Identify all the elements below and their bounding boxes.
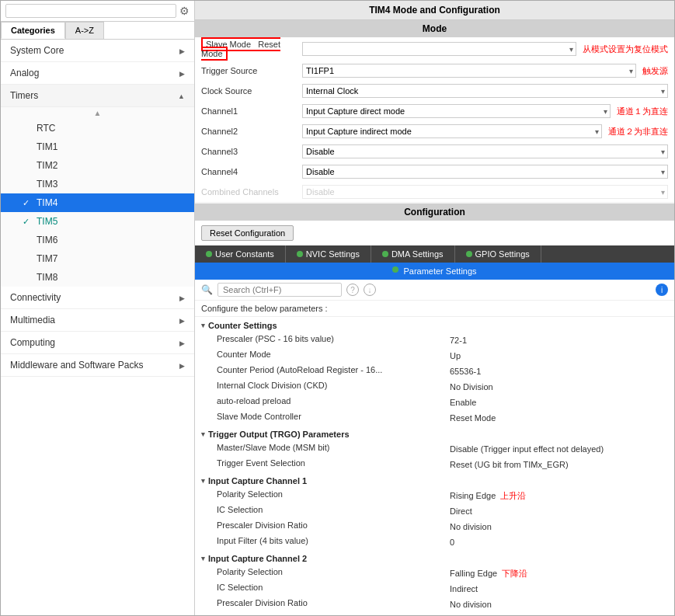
- param-value: Reset (UG bit from TIMx_EGR): [450, 458, 674, 471]
- arrow-circle-icon[interactable]: ↓: [364, 284, 376, 296]
- tab-label: NVIC Settings: [306, 249, 360, 259]
- mode-value-ch2: Input Capture indirect mode 通道２为非直连: [302, 124, 668, 138]
- dot-icon: [466, 251, 472, 257]
- info-circle-icon[interactable]: ?: [346, 284, 359, 296]
- mode-section: Mode Slave Mode Reset Mode 从模式设置为复位模式: [195, 20, 674, 202]
- sidebar-subitem-tim6[interactable]: TIM6: [1, 231, 194, 249]
- param-row: Counter Period (AutoReload Register - 16…: [217, 364, 674, 379]
- sidebar-subitem-tim8[interactable]: TIM8: [1, 268, 194, 287]
- trigger-source-select[interactable]: TI1FP1: [302, 64, 636, 78]
- sidebar-item-middleware[interactable]: Middleware and Software Packs: [1, 354, 194, 377]
- slave-mode-select[interactable]: [302, 42, 576, 56]
- param-name: Internal Clock Division (CKD): [217, 381, 450, 393]
- param-name: Input Filter (4 bits value): [217, 536, 450, 548]
- sidebar-item-connectivity[interactable]: Connectivity: [1, 287, 194, 309]
- sidebar-tabs: Categories A->Z: [1, 22, 194, 40]
- param-value: Direct: [450, 505, 674, 517]
- sidebar-subitem-tim5[interactable]: ✓ TIM5: [1, 212, 194, 231]
- param-value: Indirect: [450, 583, 674, 595]
- channel1-select[interactable]: Input Capture direct mode: [302, 104, 611, 118]
- dot-icon: [297, 251, 303, 257]
- sidebar-item-timers[interactable]: Timers: [1, 85, 194, 107]
- mode-value-ch1: Input Capture direct mode 通道１为直连: [302, 104, 668, 118]
- param-group-label: Trigger Output (TRGO) Parameters: [208, 430, 350, 439]
- sidebar-item-multimedia[interactable]: Multimedia: [1, 309, 194, 332]
- param-value: Enable: [450, 396, 674, 409]
- param-row: IC Selection Direct: [217, 503, 674, 519]
- tab-parameter-settings[interactable]: Parameter Settings: [195, 263, 674, 280]
- param-group-header-trigger[interactable]: ▾ Trigger Output (TRGO) Parameters: [201, 427, 674, 441]
- sidebar-item-label: Analog: [10, 68, 39, 78]
- param-value: 72-1: [450, 334, 674, 346]
- subitem-label: TIM6: [37, 235, 57, 245]
- tab-gpio-settings[interactable]: GPIO Settings: [455, 245, 541, 263]
- param-group-header-counter[interactable]: ▾ Counter Settings: [201, 318, 674, 332]
- search-icon: 🔍: [201, 284, 213, 295]
- param-name: IC Selection: [217, 505, 450, 517]
- config-tabs-row1: User Constants NVIC Settings DMA Setting…: [195, 245, 674, 263]
- tab-dma-settings[interactable]: DMA Settings: [371, 245, 455, 263]
- checkmark-icon: ✓: [23, 198, 33, 208]
- param-row: Trigger Event Selection Reset (UG bit fr…: [217, 457, 674, 472]
- chevron-right-icon: [179, 69, 185, 78]
- param-value: No division: [450, 598, 674, 611]
- param-search-input[interactable]: [217, 283, 342, 297]
- sidebar-item-label: Multimedia: [10, 315, 55, 325]
- sidebar-item-computing[interactable]: Computing: [1, 332, 194, 354]
- param-value: 0: [450, 536, 674, 548]
- mode-row-ch2: Channel2 Input Capture indirect mode 通道２…: [195, 121, 674, 141]
- mode-label-slave: Slave Mode Reset Mode: [201, 40, 302, 58]
- combined-channels-select[interactable]: Disable: [302, 185, 668, 199]
- sidebar-item-system-core[interactable]: System Core: [1, 40, 194, 62]
- channel4-select[interactable]: Disable: [302, 165, 668, 179]
- param-row: Counter Mode Up: [217, 348, 674, 364]
- subitem-label: TIM7: [37, 253, 57, 264]
- param-group-header-ic1[interactable]: ▾ Input Capture Channel 1: [201, 474, 674, 488]
- param-row: Slave Mode Controller Reset Mode: [217, 410, 674, 426]
- param-name: Prescaler Division Ratio: [217, 598, 450, 611]
- tab-label: User Constants: [215, 249, 274, 259]
- param-row: Prescaler (PSC - 16 bits value) 72-1: [217, 332, 674, 348]
- param-group-ic1: ▾ Input Capture Channel 1 Polarity Selec…: [201, 474, 674, 550]
- subitem-label: TIM2: [37, 160, 57, 171]
- main-content: TIM4 Mode and Configuration Mode Slave M…: [195, 1, 674, 615]
- subitem-label: TIM8: [37, 272, 57, 283]
- param-name: auto-reload preload: [217, 396, 450, 409]
- sidebar-item-analog[interactable]: Analog: [1, 62, 194, 85]
- sidebar-item-label: Computing: [10, 337, 55, 348]
- timers-subitems: ▲ RTC TIM1 TIM2 TIM3 ✓: [1, 107, 194, 287]
- mode-row-ch1: Channel1 Input Capture direct mode 通道１为直…: [195, 101, 674, 121]
- param-row: auto-reload preload Enable: [217, 395, 674, 410]
- tab-categories[interactable]: Categories: [1, 22, 65, 39]
- param-name: IC Selection: [217, 583, 450, 595]
- info-icon[interactable]: i: [656, 284, 668, 296]
- channel3-select[interactable]: Disable: [302, 144, 668, 158]
- mode-value-combined: Disable: [302, 185, 668, 199]
- param-row: Polarity Selection Rising Edge 上升沿: [217, 488, 674, 503]
- param-search-row: 🔍 ? ↓ i: [195, 280, 674, 301]
- param-group-header-ic2[interactable]: ▾ Input Capture Channel 2: [201, 552, 674, 566]
- tab-label: DMA Settings: [391, 249, 444, 259]
- gear-icon[interactable]: ⚙: [179, 5, 190, 17]
- sidebar-subitem-tim1[interactable]: TIM1: [1, 137, 194, 156]
- search-input[interactable]: [5, 4, 176, 18]
- sidebar-subitem-tim7[interactable]: TIM7: [1, 249, 194, 268]
- tab-user-constants[interactable]: User Constants: [195, 245, 286, 263]
- mode-value-slave: 从模式设置为复位模式: [302, 42, 668, 56]
- tab-nvic-settings[interactable]: NVIC Settings: [286, 245, 371, 263]
- dot-icon: [382, 251, 388, 257]
- mode-row-combined: Combined Channels Disable: [195, 182, 674, 202]
- sidebar-subitem-tim2[interactable]: TIM2: [1, 156, 194, 175]
- mode-row-slave: Slave Mode Reset Mode 从模式设置为复位模式: [195, 37, 674, 61]
- tab-a-to-z[interactable]: A->Z: [65, 22, 104, 39]
- trigger-select-wrapper: TI1FP1: [302, 64, 636, 78]
- expand-indicator: ▲: [1, 107, 194, 119]
- sidebar-subitem-tim3[interactable]: TIM3: [1, 175, 194, 193]
- subitem-label: TIM4: [37, 197, 57, 208]
- clock-source-select[interactable]: Internal Clock: [302, 84, 668, 98]
- ch4-select-wrapper: Disable: [302, 165, 668, 179]
- sidebar-subitem-rtc[interactable]: RTC: [1, 119, 194, 137]
- channel2-select[interactable]: Input Capture indirect mode: [302, 124, 602, 138]
- sidebar-subitem-tim4[interactable]: ✓ TIM4: [1, 193, 194, 212]
- reset-configuration-button[interactable]: Reset Configuration: [201, 225, 294, 241]
